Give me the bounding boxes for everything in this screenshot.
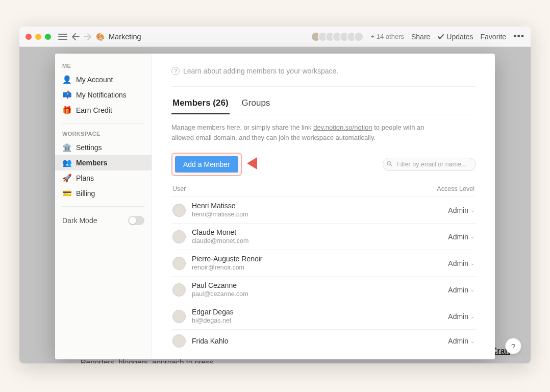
sidebar-item-label: Plans <box>76 174 94 182</box>
search-icon <box>387 161 392 168</box>
member-info: Edgar Degashi@degas.net <box>192 308 418 325</box>
sidebar-item-label: My Notifications <box>76 91 127 99</box>
card-icon: 💳 <box>62 189 71 198</box>
member-row: Edgar Degashi@degas.netAdmin ⌄ <box>171 303 476 330</box>
member-info: Frida Kahlo <box>192 337 418 346</box>
page-title[interactable]: Marketing <box>109 33 141 41</box>
account-icon: 👤 <box>62 75 71 84</box>
member-name: Pierre-Auguste Renoir <box>192 255 418 263</box>
sidebar-item-notifications[interactable]: 📫My Notifications <box>55 87 152 103</box>
access-level-dropdown[interactable]: Admin ⌄ <box>418 206 474 214</box>
sidebar-item-members[interactable]: 👥Members <box>55 155 152 170</box>
check-icon <box>437 34 444 40</box>
tab-groups[interactable]: Groups <box>241 98 271 114</box>
member-row: Paul Cezannepaul@cezanne.comAdmin ⌄ <box>171 277 476 303</box>
divider <box>62 206 144 207</box>
divider <box>62 123 144 124</box>
updates-label: Updates <box>446 33 473 41</box>
col-user: User <box>172 185 418 192</box>
filter-wrap <box>383 158 476 171</box>
members-list: Henri Matissehenri@matisse.comAdmin ⌄Cla… <box>171 197 476 352</box>
access-level-dropdown[interactable]: Admin ⌄ <box>418 259 474 267</box>
page-icon: 🎨 <box>96 33 105 41</box>
avatar <box>172 283 186 297</box>
divider <box>171 86 476 87</box>
dark-mode-label: Dark Mode <box>62 216 97 225</box>
sidebar-item-billing[interactable]: 💳Billing <box>55 186 152 201</box>
updates-button[interactable]: Updates <box>437 33 473 41</box>
tab-members[interactable]: Members (26) <box>171 98 230 114</box>
app-window: 🎨 Marketing + 14 others Share Updates Fa… <box>19 27 531 363</box>
mailbox-icon: 📫 <box>62 90 71 100</box>
chevron-down-icon: ⌄ <box>470 313 474 319</box>
dark-mode-row: Dark Mode <box>55 212 152 229</box>
sidebar-item-settings[interactable]: 🏛️Settings <box>55 140 152 155</box>
sidebar-item-plans[interactable]: 🚀Plans <box>55 170 152 186</box>
avatar <box>172 204 186 217</box>
arrow-annotation-icon <box>245 155 276 174</box>
access-level-dropdown[interactable]: Admin ⌄ <box>418 286 474 294</box>
share-button[interactable]: Share <box>411 33 430 41</box>
sidebar-item-label: Members <box>76 159 107 167</box>
col-access: Access Level <box>418 185 474 192</box>
member-name: Edgar Degas <box>192 308 418 316</box>
member-filter-input[interactable] <box>383 158 476 171</box>
member-info: Pierre-Auguste Renoirrenoir@renoir.com <box>192 255 418 272</box>
avatar <box>172 257 186 270</box>
back-button[interactable] <box>71 33 80 40</box>
building-icon: 🏛️ <box>62 143 71 152</box>
more-menu-button[interactable]: ••• <box>513 31 524 42</box>
presence-avatars[interactable] <box>311 32 364 42</box>
titlebar: 🎨 Marketing + 14 others Share Updates Fa… <box>19 27 531 47</box>
avatar <box>172 230 186 243</box>
dark-mode-toggle[interactable] <box>128 216 144 225</box>
help-fab[interactable]: ? <box>505 338 521 354</box>
action-row: Add a Member <box>171 153 476 176</box>
sidebar-item-my-account[interactable]: 👤My Account <box>55 72 152 87</box>
share-link[interactable]: dev.notion.so/notion <box>313 124 372 131</box>
people-icon: 👥 <box>62 158 71 167</box>
member-email: claude@monet.com <box>192 237 418 245</box>
member-email: renoir@renoir.com <box>192 263 418 272</box>
learn-link[interactable]: ? Learn about adding members to your wor… <box>171 67 476 75</box>
access-level-dropdown[interactable]: Admin ⌄ <box>418 312 474 321</box>
add-member-button[interactable]: Add a Member <box>175 156 238 173</box>
member-name: Paul Cezanne <box>192 281 418 290</box>
chevron-down-icon: ⌄ <box>470 207 474 213</box>
member-email: hi@degas.net <box>192 316 418 325</box>
gift-icon: 🎁 <box>62 106 71 115</box>
titlebar-right: + 14 others Share Updates Favorite ••• <box>311 31 524 42</box>
add-member-highlight: Add a Member <box>171 153 242 176</box>
sidebar-toggle-icon[interactable] <box>58 33 67 40</box>
minimize-window-button[interactable] <box>35 34 41 40</box>
avatar <box>172 310 186 323</box>
help-text: Manage members here, or simply share the… <box>171 122 427 142</box>
member-name: Henri Matisse <box>192 202 418 210</box>
member-row: Pierre-Auguste Renoirrenoir@renoir.comAd… <box>171 250 476 277</box>
maximize-window-button[interactable] <box>45 34 51 40</box>
favorite-button[interactable]: Favorite <box>481 33 507 41</box>
member-email: paul@cezanne.com <box>192 290 418 298</box>
learn-label: Learn about adding members to your works… <box>183 67 338 75</box>
presence-count: + 14 others <box>371 33 404 40</box>
member-name: Frida Kahlo <box>192 337 418 346</box>
sidebar-item-earn-credit[interactable]: 🎁Earn Credit <box>55 103 152 118</box>
member-info: Henri Matissehenri@matisse.com <box>192 202 418 218</box>
avatar <box>172 334 186 348</box>
help-icon: ? <box>171 67 180 75</box>
member-row: Claude Monetclaude@monet.comAdmin ⌄ <box>171 224 476 250</box>
access-level-dropdown[interactable]: Admin ⌄ <box>418 233 474 241</box>
tabs: Members (26) Groups <box>171 98 476 114</box>
member-row: Henri Matissehenri@matisse.comAdmin ⌄ <box>171 197 476 224</box>
rocket-icon: 🚀 <box>62 174 71 183</box>
access-level-dropdown[interactable]: Admin ⌄ <box>418 337 474 345</box>
sidebar-item-label: Settings <box>76 143 102 152</box>
settings-main: ? Learn about adding members to your wor… <box>152 54 495 359</box>
sidebar-header-workspace: WORKSPACE <box>55 129 152 140</box>
forward-button[interactable] <box>84 33 92 40</box>
member-name: Claude Monet <box>192 228 418 237</box>
chevron-down-icon: ⌄ <box>470 287 474 292</box>
member-row: Frida KahloAdmin ⌄ <box>171 330 476 352</box>
close-window-button[interactable] <box>26 34 32 40</box>
member-info: Claude Monetclaude@monet.com <box>192 228 418 245</box>
